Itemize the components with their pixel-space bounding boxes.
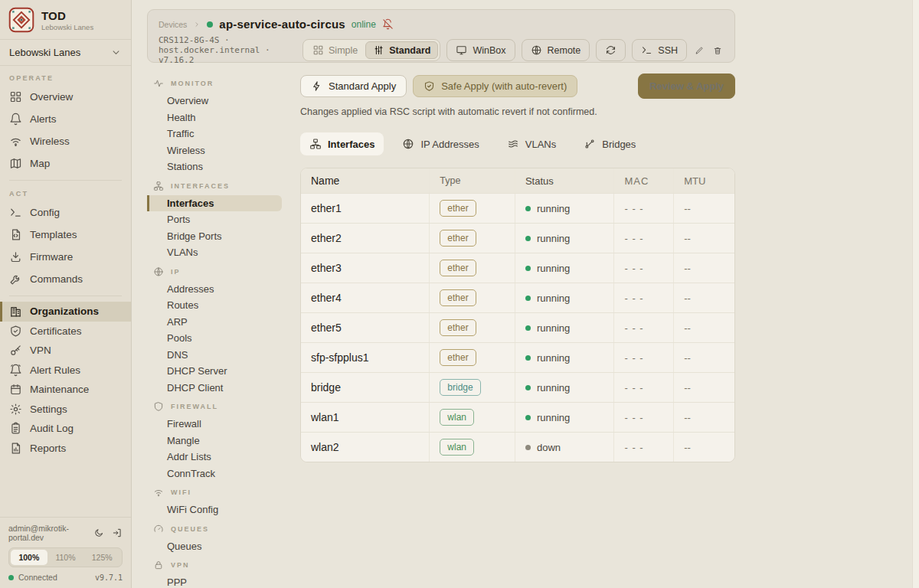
subnav-item-overview[interactable]: Overview [147,93,282,109]
theme-toggle-icon[interactable] [93,528,104,538]
subnav-item-queues[interactable]: Queues [147,538,282,555]
view-mode-standard[interactable]: Standard [365,41,438,59]
sidebar-item-certificates[interactable]: Certificates [0,322,131,341]
subnav-item-conntrack[interactable]: ConnTrack [147,466,282,482]
sidebar-item-alert-rules[interactable]: Alert Rules [0,361,131,381]
interface-type: ether [429,313,515,342]
subnav-item-pools[interactable]: Pools [147,330,282,347]
subnav-item-health[interactable]: Health [147,109,282,126]
sidebar-item-maintenance[interactable]: Maintenance [0,380,131,400]
status-dot [525,266,531,271]
globe-icon [531,44,542,56]
subnav-item-ppp[interactable]: PPP [147,574,282,588]
sidebar-item-wireless[interactable]: Wireless [0,130,131,152]
subnav-item-ports[interactable]: Ports [147,211,282,228]
type-badge: wlan [440,439,474,456]
table-row[interactable]: wlan1wlanrunning- - --- [301,402,734,432]
subnav-section-label-firewall: FIREWALL [147,400,299,413]
subnav-item-arp[interactable]: ARP [147,314,282,331]
sidebar-item-firmware[interactable]: Firmware [0,246,131,268]
subnav-item-addresses[interactable]: Addresses [147,281,282,298]
zoom-option-110[interactable]: 110% [47,550,84,565]
subnav-item-wireless[interactable]: Wireless [147,142,282,159]
subnav-section-label-interfaces: INTERFACES [147,179,299,193]
subnav-item-traffic[interactable]: Traffic [147,126,282,142]
sidebar-item-templates[interactable]: Templates [0,224,131,246]
refresh-button[interactable] [596,39,626,61]
table-row[interactable]: ether3etherrunning- - --- [301,253,734,283]
sidebar-item-audit-log[interactable]: Audit Log [0,419,131,439]
bell-icon [9,113,22,126]
safe-apply-button[interactable]: Safe Apply (with auto-revert) [413,75,577,97]
notifications-muted-icon[interactable] [382,18,394,30]
subnav-item-vlans[interactable]: VLANs [147,244,282,261]
mtu-cell: -- [673,343,734,372]
status-dot [525,296,531,301]
tab-interfaces[interactable]: Interfaces [300,132,384,155]
tab-ip-addresses[interactable]: IP Addresses [393,132,488,155]
standard-apply-button[interactable]: Standard Apply [300,75,407,97]
sidebar-item-label: Reports [30,443,66,454]
tab-bridges[interactable]: Bridges [574,132,645,155]
bell-ring-icon [9,364,22,377]
zoom-option-100[interactable]: 100% [11,550,47,565]
interface-name: ether4 [301,283,429,312]
subnav-item-stations[interactable]: Stations [147,158,282,175]
sidebar-item-settings[interactable]: Settings [0,400,131,420]
subnav-item-bridge-ports[interactable]: Bridge Ports [147,228,282,245]
grid-icon [312,44,324,56]
type-badge: wlan [440,409,474,426]
sidebar-item-vpn[interactable]: VPN [0,341,131,361]
sidebar-item-commands[interactable]: Commands [0,268,131,290]
table-row[interactable]: ether4etherrunning- - --- [301,283,734,312]
table-row[interactable]: wlan2wlandown- - --- [301,432,734,462]
ssh-button[interactable]: SSH [632,39,687,61]
tab-vlans[interactable]: VLANs [498,132,565,155]
subnav-item-addr-lists[interactable]: Addr Lists [147,449,282,466]
zoom-option-125[interactable]: 125% [83,550,120,565]
subnav-item-mangle[interactable]: Mangle [147,433,282,449]
sidebar-item-alerts[interactable]: Alerts [0,108,131,130]
sidebar-item-label: Alert Rules [30,364,80,376]
interface-type: ether [429,224,515,253]
subnav-item-dhcp-server[interactable]: DHCP Server [147,363,282,380]
sidebar-item-organizations[interactable]: Organizations [0,302,131,322]
table-row[interactable]: ether5etherrunning- - --- [301,312,734,342]
mac-cell: - - - [613,343,673,372]
table-row[interactable]: ether2etherrunning- - --- [301,223,734,253]
chevron-down-icon [110,47,122,58]
subnav-item-dns[interactable]: DNS [147,347,282,364]
sidebar-item-overview[interactable]: Overview [0,86,131,108]
sidebar-item-map[interactable]: Map [0,152,131,175]
breadcrumb-chevron-icon [193,21,201,28]
gauge-icon [153,524,164,534]
table-row[interactable]: bridgebridgerunning- - --- [301,372,734,402]
edit-device-icon[interactable] [693,44,705,57]
mtu-cell: -- [673,283,734,312]
winbox-button[interactable]: WinBox [446,39,515,61]
review-apply-button[interactable]: Review & Apply [638,74,735,99]
breadcrumb-devices[interactable]: Devices [159,20,187,29]
lightning-icon [311,80,322,92]
type-badge: ether [440,260,476,276]
interface-name: ether1 [301,194,429,223]
org-selector[interactable]: Lebowski Lanes [0,40,131,65]
view-mode-simple[interactable]: Simple [305,41,365,59]
table-row[interactable]: sfp-sfpplus1etherrunning- - --- [301,342,734,372]
subnav-item-firewall[interactable]: Firewall [147,416,282,433]
logout-icon[interactable] [112,528,123,538]
delete-device-icon[interactable] [711,44,724,57]
subnav-item-routes[interactable]: Routes [147,297,282,314]
sidebar-item-reports[interactable]: Reports [0,439,131,459]
subnav-item-wifi-config[interactable]: WiFi Config [147,501,282,518]
remote-button[interactable]: Remote [522,39,590,61]
subnav-item-dhcp-client[interactable]: DHCP Client [147,380,282,397]
scrollbar-track[interactable] [912,0,919,588]
shield-check-icon [424,80,435,92]
sidebar-item-config[interactable]: Config [0,201,131,224]
column-header-name: Name [301,168,429,193]
mac-cell: - - - [613,194,673,223]
table-row[interactable]: ether1etherrunning- - --- [301,193,734,223]
subnav-item-interfaces[interactable]: Interfaces [147,195,282,212]
safe-apply-label: Safe Apply (with auto-revert) [441,80,567,92]
